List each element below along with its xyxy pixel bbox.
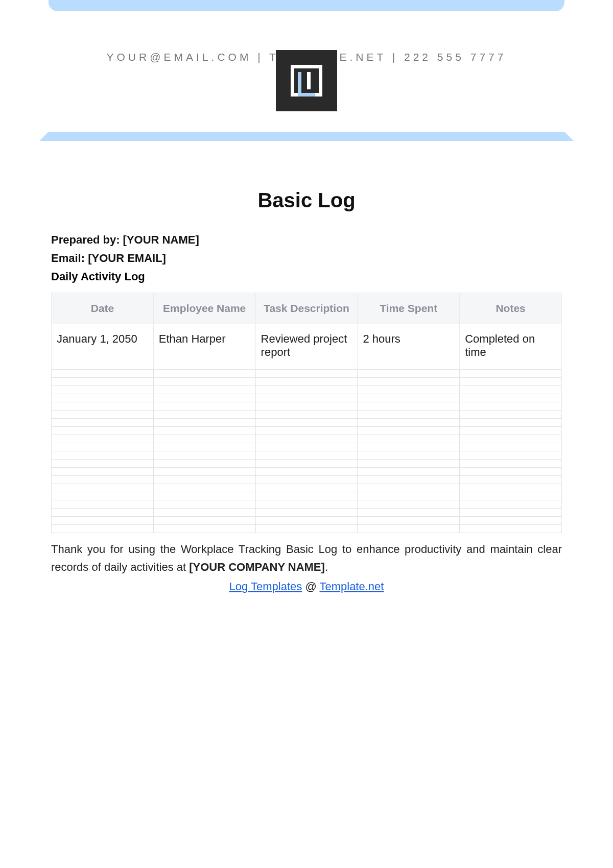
table-row [52, 509, 562, 517]
table-row [52, 370, 562, 378]
table-row [52, 492, 562, 500]
table-row [52, 435, 562, 443]
divider-bar [49, 132, 564, 141]
empty-cell [52, 386, 154, 394]
empty-cell [153, 509, 255, 517]
empty-cell [460, 394, 562, 402]
empty-cell [358, 476, 460, 484]
prepared-label: Prepared by: [51, 233, 123, 246]
table-header-row: Date Employee Name Task Description Time… [52, 293, 562, 324]
empty-cell [153, 451, 255, 460]
empty-cell [460, 435, 562, 443]
empty-cell [153, 492, 255, 500]
table-row [52, 443, 562, 451]
empty-cell [52, 500, 154, 509]
empty-cell [358, 402, 460, 411]
empty-cell [52, 476, 154, 484]
cell-time: 2 hours [358, 324, 460, 370]
empty-cell [460, 468, 562, 476]
empty-cell [460, 427, 562, 435]
col-notes: Notes [460, 293, 562, 324]
empty-cell [52, 525, 154, 533]
table-row [52, 500, 562, 509]
table-row [52, 451, 562, 460]
empty-cell [153, 402, 255, 411]
empty-cell [358, 468, 460, 476]
empty-cell [358, 427, 460, 435]
activity-log-table: Date Employee Name Task Description Time… [51, 293, 562, 533]
empty-cell [153, 476, 255, 484]
table-row [52, 476, 562, 484]
link-template-net[interactable]: Template.net [319, 580, 384, 593]
footer-company: [YOUR COMPANY NAME] [189, 561, 325, 573]
empty-cell [153, 386, 255, 394]
email-value: [YOUR EMAIL] [88, 252, 166, 264]
empty-cell [255, 476, 358, 484]
empty-cell [255, 378, 358, 386]
email-label: Email: [51, 252, 88, 264]
empty-cell [255, 386, 358, 394]
empty-cell [460, 517, 562, 525]
empty-cell [52, 394, 154, 402]
empty-cell [460, 370, 562, 378]
page-title: Basic Log [51, 189, 562, 212]
logo-icon [276, 50, 337, 111]
col-date: Date [52, 293, 154, 324]
empty-cell [153, 370, 255, 378]
empty-cell [358, 517, 460, 525]
empty-cell [255, 402, 358, 411]
empty-cell [153, 517, 255, 525]
empty-cell [153, 500, 255, 509]
empty-cell [153, 378, 255, 386]
empty-cell [358, 394, 460, 402]
empty-cell [460, 386, 562, 394]
empty-cell [52, 370, 154, 378]
empty-cell [255, 525, 358, 533]
empty-cell [358, 525, 460, 533]
empty-cell [460, 525, 562, 533]
empty-cell [255, 370, 358, 378]
empty-cell [460, 492, 562, 500]
empty-cell [460, 500, 562, 509]
empty-cell [52, 443, 154, 451]
table-row [52, 378, 562, 386]
cell-notes: Completed on time [460, 324, 562, 370]
table-row: January 1, 2050 Ethan Harper Reviewed pr… [52, 324, 562, 370]
footer-after: . [325, 561, 328, 573]
table-row [52, 468, 562, 476]
empty-cell [255, 460, 358, 468]
email-line: Email: [YOUR EMAIL] [51, 252, 562, 265]
empty-cell [52, 517, 154, 525]
empty-cell [153, 468, 255, 476]
empty-cell [153, 525, 255, 533]
table-row [52, 517, 562, 525]
table-row [52, 419, 562, 427]
empty-cell [460, 476, 562, 484]
empty-cell [255, 411, 358, 419]
empty-cell [255, 500, 358, 509]
link-log-templates[interactable]: Log Templates [229, 580, 302, 593]
empty-cell [153, 443, 255, 451]
empty-cell [358, 484, 460, 492]
empty-cell [153, 484, 255, 492]
prepared-value: [YOUR NAME] [123, 233, 199, 246]
cell-task: Reviewed project report [255, 324, 358, 370]
empty-cell [358, 492, 460, 500]
empty-cell [153, 419, 255, 427]
empty-cell [358, 509, 460, 517]
empty-cell [52, 435, 154, 443]
col-time: Time Spent [358, 293, 460, 324]
empty-cell [460, 411, 562, 419]
empty-cell [255, 517, 358, 525]
top-accent-bar [49, 0, 564, 11]
table-row [52, 386, 562, 394]
document-body: Basic Log Prepared by: [YOUR NAME] Email… [51, 189, 562, 593]
empty-cell [153, 427, 255, 435]
empty-cell [358, 386, 460, 394]
footer-paragraph: Thank you for using the Workplace Tracki… [51, 540, 562, 576]
empty-cell [255, 394, 358, 402]
table-row [52, 394, 562, 402]
empty-cell [52, 419, 154, 427]
empty-cell [255, 468, 358, 476]
empty-cell [460, 509, 562, 517]
